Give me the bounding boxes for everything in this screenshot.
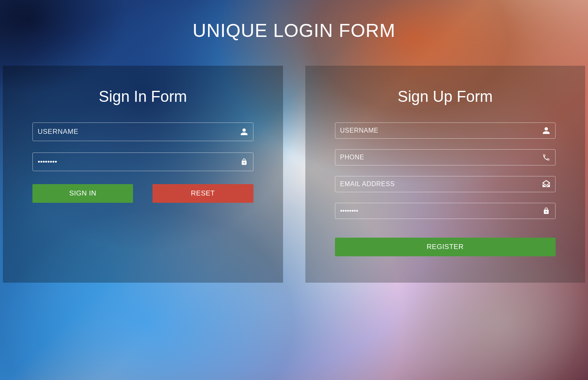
signup-email-input[interactable] — [335, 176, 556, 192]
signin-title: Sign In Form — [32, 88, 253, 105]
signup-panel: Sign Up Form REGISTER — [305, 66, 586, 283]
page-title: UNIQUE LOGIN FORM — [0, 0, 588, 45]
signup-email-wrapper — [335, 176, 556, 192]
signin-username-wrapper — [32, 122, 253, 141]
signin-button-row: SIGN IN RESET — [32, 184, 253, 203]
lock-icon — [542, 206, 551, 215]
signin-username-input[interactable] — [32, 122, 253, 141]
user-icon — [542, 126, 551, 135]
lock-icon — [240, 157, 249, 166]
signup-title: Sign Up Form — [335, 88, 556, 105]
signup-password-wrapper — [335, 203, 556, 219]
reset-button[interactable]: RESET — [152, 184, 253, 203]
signin-panel: Sign In Form SIGN IN RESET — [3, 66, 283, 283]
signin-button[interactable]: SIGN IN — [32, 184, 133, 203]
mail-icon — [542, 180, 551, 189]
signup-username-wrapper — [335, 122, 556, 139]
register-button[interactable]: REGISTER — [335, 238, 556, 256]
phone-icon — [542, 153, 551, 162]
user-icon — [240, 127, 249, 136]
signup-phone-wrapper — [335, 149, 556, 165]
signin-password-wrapper — [32, 152, 253, 171]
signup-username-input[interactable] — [335, 122, 556, 139]
signup-password-input[interactable] — [335, 203, 556, 219]
forms-container: Sign In Form SIGN IN RESET Sign Up Form — [0, 45, 588, 283]
signup-phone-input[interactable] — [335, 149, 556, 165]
signin-password-input[interactable] — [32, 152, 253, 171]
